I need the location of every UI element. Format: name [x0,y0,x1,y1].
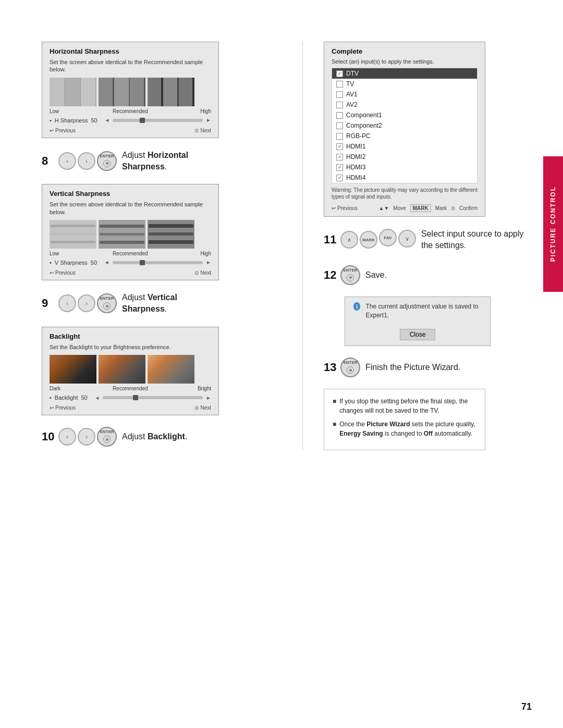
h-sharpness-bullet: • [50,117,52,124]
complete-list-item-3[interactable]: AV2 [332,100,477,110]
panel-title-v-sharpness: Vertical Sharpness [50,190,211,198]
complete-item-label-9: HDMI3 [346,164,365,171]
v-sharpness-control: • V Sharpness 50 ◄ ► [50,260,211,266]
complete-list-item-1[interactable]: TV [332,79,477,89]
complete-item-label-3: AV2 [346,101,358,108]
complete-prev-icon: ↩ [332,205,336,211]
step11-mark-label: MARK [362,238,375,242]
step10-left-btn[interactable]: ‹ [58,428,76,446]
step10-right-btn[interactable]: › [78,428,95,446]
v-footer-prev[interactable]: ↩ Previous [50,270,76,276]
v-sharpness-label: V Sharpness [55,260,88,266]
backlight-prev-label: Previous [55,405,76,411]
step9-left-icon: ‹ [66,300,68,306]
step9-left-btn[interactable]: ‹ [58,294,76,312]
step10-enter-circle [103,436,111,443]
step8-left-icon: ‹ [66,158,68,164]
info-icon: i [353,302,360,311]
step10-row: 10 ‹ › ENTER Adjust Backlight. [42,427,282,447]
page-number: 71 [521,701,532,712]
backlight-samples [50,355,211,384]
step8-left-btn[interactable]: ‹ [58,152,76,170]
complete-checkbox-5 [336,122,343,129]
note2-bullet: ■ [333,419,336,438]
complete-item-label-0: DTV [346,70,359,77]
horizontal-sharpness-panel: Horizontal Sharpness Set the screen abov… [42,42,219,138]
complete-list-item-0[interactable]: ✓DTV [332,68,477,79]
backlight-arrow-right: ► [206,395,211,401]
v-label-high: High [164,251,211,256]
sidebar-label: PICTURE CONTROL [543,156,563,292]
h-next-label: Next [200,128,211,133]
v-next-icon: ⊙ [194,270,199,276]
h-sharpness-high [148,78,194,106]
step11-mark-btn[interactable]: MARK [360,231,377,249]
complete-item-label-6: RGB-PC [346,132,371,140]
v-sharpness-high [148,220,194,249]
step12-text: Save. [365,269,387,281]
complete-list-item-10[interactable]: ✓HDMI4 [332,172,477,183]
step9-right-btn[interactable]: › [78,294,95,312]
step12-enter-dot [349,276,352,279]
complete-list-item-6[interactable]: RGB-PC [332,131,477,141]
h-sharpness-labels: Low Recommended High [50,108,211,114]
backlight-footer-next[interactable]: ⊙ Next [194,405,211,411]
vertical-sharpness-panel: Vertical Sharpness Set the screen above … [42,184,219,280]
v-footer-next[interactable]: ⊙ Next [194,270,211,276]
complete-checkbox-4 [336,112,343,119]
step12-row: 12 ENTER Save. [324,265,532,285]
h-label-recommended: Recommended [107,108,154,114]
h-sharpness-control: • H Sharpness 50 ◄ ► [50,117,211,124]
step11-up-btn[interactable]: ∧ [340,231,358,249]
complete-footer: ↩ Previous ▲▼ Move MARK Mark ⊙ Confirm [332,204,478,212]
step10-enter-label: ENTER [100,429,114,434]
v-sharpness-bullet: • [50,260,52,266]
step13-enter-circle [347,366,354,374]
step11-fav-btn[interactable]: FAV [379,229,397,246]
step8-enter-btn[interactable]: ENTER [97,151,117,171]
backlight-arrow-left: ◄ [95,395,100,401]
column-divider [302,42,303,450]
step13-enter-btn[interactable]: ENTER [340,357,360,377]
step11-fav-label: FAV [384,236,392,240]
step9-enter-label: ENTER [100,296,114,301]
complete-prev-label: Previous [337,205,358,211]
complete-footer-prev[interactable]: ↩ Previous [332,205,358,211]
step11-down-btn[interactable]: ∨ [398,230,416,248]
backlight-label-recommended: Recommended [107,386,154,391]
step10-enter-dot [106,438,108,441]
step11-down-icon: ∨ [405,236,409,242]
h-next-icon: ⊙ [194,128,199,133]
h-slider-arrow-left: ◄ [104,117,109,123]
step10-right-icon: › [85,434,88,440]
step9-row: 9 ‹ › ENTER Adjust VerticalSharpness. [42,292,282,315]
step8-right-btn[interactable]: › [78,152,95,170]
step12-enter-btn[interactable]: ENTER [340,265,360,285]
step9-enter-btn[interactable]: ENTER [97,293,117,313]
backlight-value: 50 [81,394,92,401]
backlight-footer-prev[interactable]: ↩ Previous [50,405,76,411]
complete-list-item-8[interactable]: ✓HDMI2 [332,152,477,162]
v-next-label: Next [200,270,211,276]
step11-btn-group: ∧ MARK FAV ∨ [340,231,416,249]
complete-list-item-9[interactable]: ✓HDMI3 [332,162,477,172]
complete-checkbox-9: ✓ [336,164,343,171]
complete-list-item-5[interactable]: Component2 [332,120,477,131]
backlight-slider-track[interactable] [103,396,203,399]
complete-list-item-2[interactable]: AV1 [332,89,477,100]
h-slider-track[interactable] [113,119,203,122]
complete-title: Complete [332,47,478,55]
close-button[interactable]: Close [400,329,436,340]
step10-enter-btn[interactable]: ENTER [97,427,117,447]
h-footer-prev[interactable]: ↩ Previous [50,128,76,133]
h-footer-next[interactable]: ⊙ Next [194,128,211,133]
complete-checkbox-8: ✓ [336,154,343,161]
note1-bullet: ■ [333,397,336,415]
complete-list-item-7[interactable]: ✓HDMI1 [332,141,477,152]
v-slider-thumb [140,260,145,265]
v-slider-track[interactable] [113,261,203,264]
v-sharpness-labels: Low Recommended High [50,251,211,256]
complete-list-item-4[interactable]: Component1 [332,110,477,120]
v-prev-label: Previous [55,270,76,276]
step8-right-icon: › [85,158,88,164]
